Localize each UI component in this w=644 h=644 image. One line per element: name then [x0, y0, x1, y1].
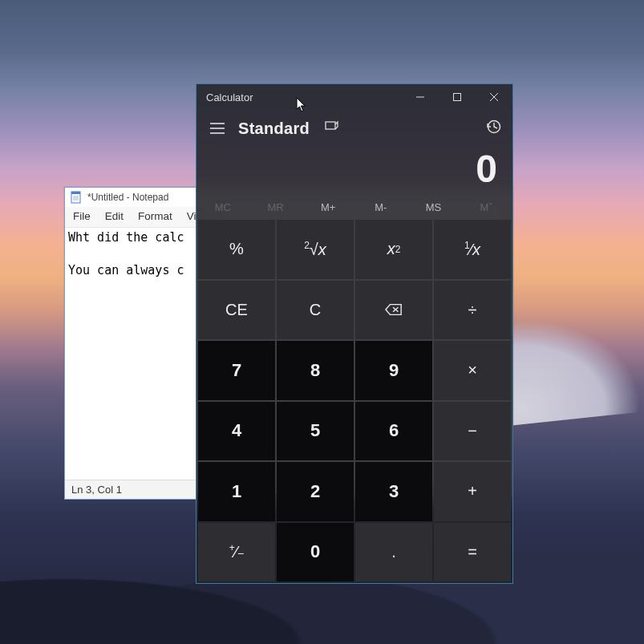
calculator-mode: Standard — [238, 119, 310, 138]
svg-rect-6 — [454, 94, 461, 101]
mem-mr[interactable]: MR — [249, 201, 302, 213]
key-num-3[interactable]: 3 — [355, 462, 432, 521]
mem-mc[interactable]: MC — [196, 201, 249, 213]
keep-on-top-icon[interactable] — [324, 119, 338, 137]
mem-flyout[interactable]: Mˇ — [460, 201, 512, 213]
key-multiply[interactable]: × — [434, 341, 511, 400]
key-num-9[interactable]: 9 — [355, 341, 432, 400]
key-num-7[interactable]: 7 — [198, 341, 275, 400]
key-percent[interactable]: % — [198, 220, 275, 279]
menu-edit[interactable]: Edit — [99, 209, 130, 224]
notepad-title: *Untitled - Notepad — [87, 192, 168, 203]
keypad: %2√xx21⁄xCEC÷789×456−123++⁄−0.= — [196, 220, 512, 583]
calculator-display: 0 — [196, 147, 512, 194]
key-num-4[interactable]: 4 — [198, 402, 275, 461]
calculator-window[interactable]: Calculator Standard 0 MC MR M+ M- MS Mˇ … — [196, 83, 513, 584]
key-num-6[interactable]: 6 — [355, 402, 432, 461]
key-decimal[interactable]: . — [355, 523, 432, 582]
key-num-5[interactable]: 5 — [277, 402, 354, 461]
mem-mminus[interactable]: M- — [354, 201, 407, 213]
key-num-1[interactable]: 1 — [198, 462, 275, 521]
minimize-button[interactable] — [402, 84, 439, 110]
key-clear[interactable]: C — [277, 281, 354, 340]
key-num-0[interactable]: 0 — [277, 523, 354, 582]
mem-mplus[interactable]: M+ — [302, 201, 354, 213]
memory-row: MC MR M+ M- MS Mˇ — [196, 194, 512, 220]
notepad-icon — [70, 191, 83, 204]
mem-ms[interactable]: MS — [407, 201, 460, 213]
key-reciprocal[interactable]: 1⁄x — [434, 220, 511, 279]
key-divide[interactable]: ÷ — [434, 281, 511, 340]
key-subtract[interactable]: − — [434, 402, 511, 461]
menu-file[interactable]: File — [67, 209, 97, 224]
svg-rect-12 — [326, 122, 335, 129]
key-add[interactable]: + — [434, 462, 511, 521]
key-num-2[interactable]: 2 — [277, 462, 354, 521]
key-num-8[interactable]: 8 — [277, 341, 354, 400]
menu-format[interactable]: Format — [132, 209, 179, 224]
calculator-header: Standard — [196, 110, 512, 147]
history-icon[interactable] — [485, 119, 501, 138]
key-clear-entry[interactable]: CE — [198, 281, 275, 340]
maximize-button[interactable] — [439, 84, 476, 110]
close-button[interactable] — [476, 84, 512, 110]
key-sqrt[interactable]: 2√x — [277, 220, 354, 279]
key-equals[interactable]: = — [434, 523, 511, 582]
calculator-title: Calculator — [206, 91, 402, 103]
key-negate[interactable]: +⁄− — [198, 523, 275, 582]
key-backspace[interactable] — [355, 281, 432, 340]
hamburger-icon[interactable] — [208, 119, 227, 138]
key-square[interactable]: x2 — [355, 220, 432, 279]
svg-rect-1 — [71, 192, 80, 194]
calculator-titlebar[interactable]: Calculator — [196, 84, 512, 110]
